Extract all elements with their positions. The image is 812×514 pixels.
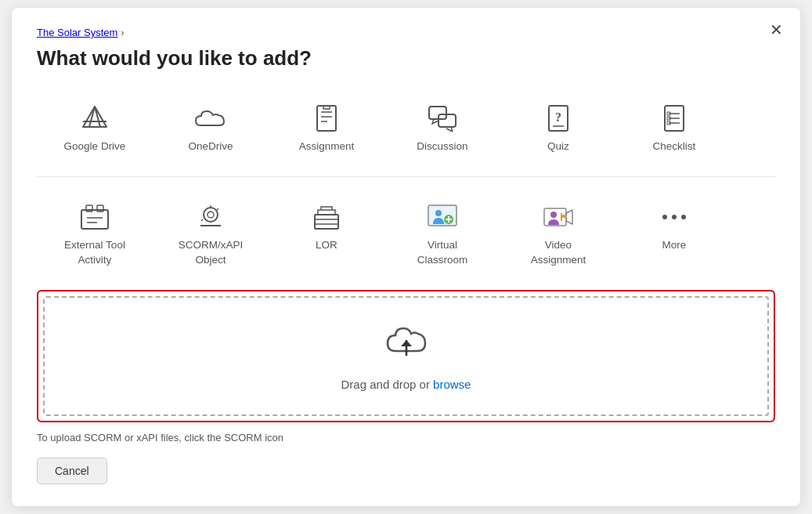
video-assignment-button[interactable]: Video Assignment [500, 191, 616, 276]
svg-rect-20 [81, 210, 108, 229]
checklist-icon [657, 103, 691, 133]
upload-cloud-icon [384, 323, 428, 367]
lor-button[interactable]: LOR [269, 191, 384, 276]
lor-icon [309, 202, 344, 232]
dropzone-wrapper: Drag and drop or browse [37, 290, 775, 422]
discussion-button[interactable]: Discussion [384, 92, 500, 162]
assignment-button[interactable]: Assignment [269, 92, 384, 162]
breadcrumb: The Solar System › [37, 27, 775, 38]
virtual-classroom-button[interactable]: Virtual Classroom [384, 191, 500, 276]
assignment-icon [309, 103, 344, 133]
discussion-icon [425, 103, 460, 133]
svg-point-40 [550, 212, 557, 218]
svg-point-25 [204, 208, 218, 222]
svg-marker-0 [83, 107, 106, 127]
close-button[interactable]: ✕ [770, 22, 783, 38]
scorm-label: SCORM/xAPI Object [179, 238, 244, 268]
scorm-button[interactable]: SCORM/xAPI Object [153, 191, 269, 276]
svg-line-29 [201, 219, 203, 221]
quiz-button[interactable]: ? Quiz [500, 92, 616, 162]
svg-point-26 [208, 212, 214, 218]
onedrive-button[interactable]: OneDrive [153, 92, 269, 162]
svg-text:?: ? [555, 110, 561, 124]
lor-label: LOR [316, 238, 337, 253]
assignment-label: Assignment [299, 139, 355, 154]
browse-link[interactable]: browse [433, 378, 471, 391]
video-assignment-icon [541, 202, 576, 232]
item-row-1: Google Drive OneDrive Assign [37, 92, 775, 162]
virtual-classroom-label: Virtual Classroom [417, 238, 468, 268]
quiz-icon: ? [541, 103, 576, 133]
svg-rect-30 [315, 215, 338, 229]
more-button[interactable]: More [616, 191, 732, 276]
quiz-label: Quiz [547, 139, 569, 154]
checklist-button[interactable]: Checklist [616, 92, 732, 162]
scorm-icon [193, 202, 228, 232]
video-assignment-label: Video Assignment [531, 238, 586, 268]
row-divider [37, 176, 775, 177]
cancel-button[interactable]: Cancel [37, 458, 107, 484]
svg-point-43 [662, 215, 667, 219]
onedrive-icon [193, 103, 228, 133]
svg-line-1 [89, 107, 95, 127]
svg-marker-39 [566, 210, 572, 224]
svg-line-2 [95, 107, 100, 127]
discussion-label: Discussion [417, 139, 467, 154]
google-drive-icon [78, 103, 112, 133]
virtual-classroom-icon [425, 202, 460, 232]
breadcrumb-separator: › [121, 27, 124, 38]
external-tool-icon [78, 202, 112, 232]
item-row-2: External Tool Activity SCORM/xAPI Object [37, 191, 775, 276]
svg-line-28 [217, 208, 218, 210]
svg-point-34 [435, 210, 442, 216]
google-drive-button[interactable]: Google Drive [37, 92, 153, 162]
external-tool-label: External Tool Activity [64, 238, 125, 268]
breadcrumb-link[interactable]: The Solar System [37, 27, 117, 38]
svg-point-45 [681, 215, 686, 219]
modal-dialog: The Solar System › What would you like t… [12, 8, 800, 506]
page-title: What would you like to add? [37, 46, 775, 71]
onedrive-label: OneDrive [188, 139, 233, 154]
dropzone-text: Drag and drop or browse [341, 378, 471, 391]
more-label: More [662, 238, 687, 253]
google-drive-label: Google Drive [64, 139, 126, 154]
dropzone[interactable]: Drag and drop or browse [43, 296, 769, 416]
checklist-label: Checklist [653, 139, 696, 154]
svg-point-44 [672, 215, 677, 219]
svg-rect-4 [317, 106, 336, 131]
svg-marker-47 [401, 340, 412, 346]
scorm-note: To upload SCORM or xAPI files, click the… [37, 432, 775, 443]
external-tool-button[interactable]: External Tool Activity [37, 191, 153, 276]
more-icon [657, 202, 691, 232]
